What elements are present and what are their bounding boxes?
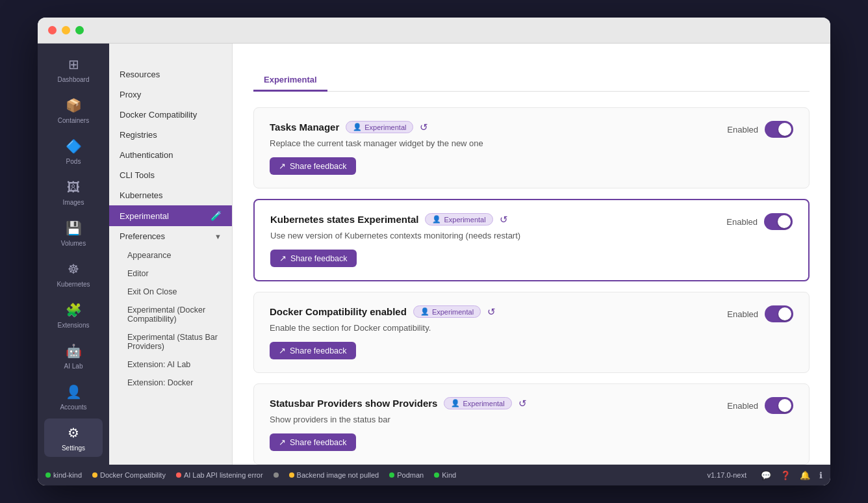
- feature-right-tasks-manager: Enabled: [727, 121, 793, 138]
- sidebar-item-kubernetes[interactable]: ☸ Kubernetes: [44, 255, 103, 293]
- feedback-button-tasks-manager[interactable]: ↗ Share feedback: [270, 157, 356, 175]
- nav-item-proxy[interactable]: Proxy: [109, 84, 232, 105]
- sidebar-item-ailab[interactable]: 🤖 AI Lab: [44, 337, 103, 375]
- nav-item-cli-tools[interactable]: CLI Tools: [109, 165, 232, 185]
- feature-badge-tasks-manager: 👤 Experimental: [346, 121, 413, 133]
- feature-card-docker-compatibility: Docker Compatibility enabled 👤 Experimen…: [253, 292, 810, 373]
- nav-item-docker-compatibility[interactable]: Docker Compatibility: [109, 105, 232, 125]
- sidebar-item-accounts[interactable]: 👤 Accounts: [44, 378, 103, 416]
- nav-sub-item-editor[interactable]: Editor: [109, 264, 232, 283]
- status-dot-docker-compat: [92, 472, 97, 478]
- nav-sub-item-extension-docker[interactable]: Extension: Docker: [109, 374, 232, 392]
- feature-name-kubernetes-states: Kubernetes states Experimental: [270, 214, 418, 225]
- feature-row-docker-compatibility: Docker Compatibility enabled 👤 Experimen…: [270, 305, 793, 359]
- status-dot-ai-lab-error: [176, 472, 181, 478]
- status-icon-1[interactable]: ❓: [780, 471, 791, 480]
- sidebar-item-settings[interactable]: ⚙ Settings: [44, 419, 103, 457]
- feedback-button-docker-compatibility[interactable]: ↗ Share feedback: [270, 342, 356, 359]
- reset-icon-statusbar-providers[interactable]: ↺: [518, 398, 527, 409]
- feedback-label-kubernetes-states: Share feedback: [290, 254, 348, 263]
- nav-label-experimental: Experimental: [120, 211, 169, 221]
- feedback-label-statusbar-providers: Share feedback: [290, 438, 347, 447]
- feature-header-statusbar-providers: Statusbar Providers show Providers 👤 Exp…: [270, 397, 727, 409]
- settings-title: [109, 54, 232, 64]
- title-bar: [38, 18, 830, 44]
- nav-sub-item-exit-on-close[interactable]: Exit On Close: [109, 283, 232, 301]
- sidebar-item-volumes[interactable]: 💾 Volumes: [44, 214, 103, 252]
- nav-sub-item-appearance[interactable]: Appearance: [109, 246, 232, 264]
- status-icon-0[interactable]: 💬: [761, 471, 771, 480]
- reset-icon-tasks-manager[interactable]: ↺: [420, 122, 428, 133]
- feature-desc-docker-compatibility: Enable the section for Docker compatibil…: [270, 323, 727, 333]
- nav-item-registries[interactable]: Registries: [109, 125, 232, 145]
- tab-bar: Experimental: [253, 70, 810, 92]
- status-label-kind: Kind: [442, 471, 456, 479]
- minimize-button[interactable]: [62, 26, 70, 34]
- extensions-icon: 🧩: [64, 301, 83, 319]
- status-icon-2[interactable]: 🔔: [800, 471, 810, 480]
- sidebar-item-containers[interactable]: 📦 Containers: [44, 91, 103, 129]
- tab-experimental[interactable]: Experimental: [253, 70, 327, 92]
- nav-label-proxy: Proxy: [120, 90, 141, 99]
- nav-item-kubernetes[interactable]: Kubernetes: [109, 185, 232, 205]
- enabled-label-docker-compatibility: Enabled: [727, 309, 758, 319]
- sidebar-item-pods[interactable]: 🔷 Pods: [44, 132, 103, 170]
- nav-group-label-preferences: Preferences: [120, 231, 165, 241]
- status-item-docker-compat: Docker Compatibility: [92, 471, 166, 479]
- status-icon-3[interactable]: ℹ: [819, 471, 823, 480]
- toggle-statusbar-providers[interactable]: [765, 397, 793, 414]
- sidebar-label-settings: Settings: [62, 445, 85, 452]
- enabled-label-statusbar-providers: Enabled: [727, 401, 758, 411]
- nav-sub-item-extension-ai-lab[interactable]: Extension: AI Lab: [109, 355, 232, 374]
- pods-icon: 🔷: [64, 137, 83, 155]
- feature-desc-tasks-manager: Replace the current task manager widget …: [270, 138, 727, 148]
- feature-name-docker-compatibility: Docker Compatibility enabled: [270, 306, 407, 317]
- status-label-kind-kind: kind-kind: [53, 471, 82, 479]
- feature-right-docker-compatibility: Enabled: [727, 305, 793, 322]
- nav-sub-item-experimental-status[interactable]: Experimental (Status Bar Providers): [109, 328, 232, 355]
- nav-sub-label-exit-on-close: Exit On Close: [127, 287, 177, 296]
- sidebar-item-dashboard[interactable]: ⊞ Dashboard: [44, 50, 103, 88]
- sidebar-item-extensions[interactable]: 🧩 Extensions: [44, 296, 103, 334]
- feature-card-statusbar-providers: Statusbar Providers show Providers 👤 Exp…: [253, 383, 810, 465]
- nav-group-preferences[interactable]: Preferences▼: [109, 226, 232, 246]
- feedback-button-statusbar-providers[interactable]: ↗ Share feedback: [270, 433, 356, 451]
- feature-left-statusbar-providers: Statusbar Providers show Providers 👤 Exp…: [270, 397, 727, 451]
- close-button[interactable]: [48, 26, 57, 34]
- badge-icon-tasks-manager: 👤: [353, 123, 362, 131]
- app-window: ⊞ Dashboard 📦 Containers 🔷 Pods 🖼 Images…: [38, 18, 830, 485]
- main-content: Experimental Tasks Manager 👤 Experimenta…: [233, 44, 830, 465]
- sidebar-item-images[interactable]: 🖼 Images: [44, 173, 103, 211]
- reset-icon-kubernetes-states[interactable]: ↺: [500, 214, 508, 226]
- nav-sub-label-experimental-status: Experimental (Status Bar Providers): [127, 333, 218, 351]
- feature-left-tasks-manager: Tasks Manager 👤 Experimental ↺ Replace t…: [270, 121, 727, 175]
- feature-left-docker-compatibility: Docker Compatibility enabled 👤 Experimen…: [270, 305, 727, 359]
- status-item-cloud: [274, 472, 279, 478]
- nav-item-experimental[interactable]: Experimental🧪: [109, 205, 232, 226]
- status-item-kind-kind: kind-kind: [45, 471, 82, 479]
- feedback-button-kubernetes-states[interactable]: ↗ Share feedback: [270, 250, 357, 267]
- images-icon: 🖼: [64, 178, 83, 196]
- badge-icon-statusbar-providers: 👤: [451, 399, 460, 407]
- nav-sub-item-experimental-docker[interactable]: Experimental (Docker Compatibility): [109, 301, 232, 328]
- toggle-tasks-manager[interactable]: [765, 121, 793, 138]
- nav-sub-label-extension-ai-lab: Extension: AI Lab: [127, 360, 190, 369]
- status-label-docker-compat: Docker Compatibility: [100, 471, 166, 479]
- feedback-link-icon-tasks-manager: ↗: [279, 161, 286, 171]
- sidebar-icons: ⊞ Dashboard 📦 Containers 🔷 Pods 🖼 Images…: [38, 44, 109, 465]
- status-label-podman: Podman: [397, 471, 424, 479]
- nav-item-resources[interactable]: Resources: [109, 64, 232, 84]
- reset-icon-docker-compatibility[interactable]: ↺: [487, 306, 496, 318]
- status-item-backend-image: Backend image not pulled: [289, 471, 379, 479]
- maximize-button[interactable]: [75, 26, 84, 34]
- nav-sub-label-extension-docker: Extension: Docker: [127, 378, 193, 387]
- sidebar-label-extensions: Extensions: [58, 322, 90, 329]
- toggle-docker-compatibility[interactable]: [765, 305, 793, 322]
- sidebar-label-pods: Pods: [66, 158, 81, 165]
- toggle-kubernetes-states[interactable]: [764, 213, 793, 230]
- badge-icon-docker-compatibility: 👤: [420, 307, 429, 316]
- containers-icon: 📦: [64, 96, 83, 114]
- feature-badge-statusbar-providers: 👤 Experimental: [444, 397, 511, 409]
- nav-item-authentication[interactable]: Authentication: [109, 145, 232, 165]
- badge-label-kubernetes-states: Experimental: [444, 216, 485, 224]
